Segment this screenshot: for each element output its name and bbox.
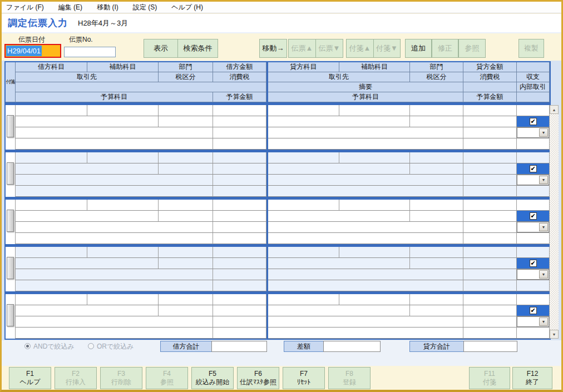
add-button[interactable]: 追加 [405,39,432,58]
display-button[interactable]: 表示 [144,39,178,58]
table-cell[interactable] [213,116,266,127]
table-cell[interactable] [268,175,463,186]
table-cell[interactable] [517,328,550,339]
table-cell[interactable] [213,305,266,316]
table-cell[interactable] [16,280,213,291]
table-cell[interactable] [463,152,517,163]
menu-item-3[interactable]: 設定 (S) [133,3,157,12]
fusen-cell[interactable] [6,200,16,244]
balance-dropdown[interactable]: ▼ [517,269,549,280]
table-cell[interactable] [213,127,266,138]
table-cell[interactable] [16,211,159,222]
fusen-tab-icon[interactable] [7,162,14,185]
table-cell[interactable] [268,280,463,291]
table-cell[interactable] [268,163,410,175]
table-cell[interactable] [87,200,159,211]
table-cell[interactable] [463,222,517,233]
table-cell[interactable] [463,105,517,116]
table-cell[interactable] [463,211,517,222]
dropdown-arrow-icon[interactable]: ▼ [539,223,548,231]
table-cell[interactable] [87,247,159,258]
balance-dropdown[interactable]: ▼ [517,316,549,327]
table-cell[interactable] [213,163,266,175]
scroll-up-button[interactable]: ▲ [550,105,559,114]
table-cell[interactable] [410,305,463,316]
balance-dropdown[interactable]: ▼ [517,127,549,138]
table-cell[interactable] [16,152,87,163]
debit-total-input[interactable] [211,341,267,352]
balance-dropdown[interactable]: ▼ [517,175,549,185]
vertical-scrollbar[interactable]: ▲ ▼ [550,105,559,339]
internal-transaction-cell[interactable]: ✔ [517,305,550,316]
table-cell[interactable] [339,247,410,258]
fkey-f6-button[interactable]: F6仕訳ﾏｽﾀ参照 [237,367,279,389]
table-cell[interactable] [410,200,463,211]
table-cell[interactable] [410,152,463,163]
table-cell[interactable] [517,294,550,305]
slip-date-input[interactable]: H29/04/01 [4,44,61,58]
menu-item-2[interactable]: 移動 (I) [97,3,118,12]
table-cell[interactable] [159,305,213,316]
table-cell[interactable] [268,222,463,233]
table-cell[interactable] [517,186,550,197]
table-cell[interactable] [87,105,159,116]
fusen-tab-icon[interactable] [7,257,14,279]
table-cell[interactable] [16,316,213,328]
fusen-tab-icon[interactable] [7,210,14,232]
or-filter-radio[interactable] [88,343,94,349]
table-cell[interactable] [410,163,463,175]
move-button[interactable]: 移動→ [259,39,287,58]
internal-transaction-checkbox[interactable]: ✔ [530,307,537,314]
table-cell[interactable] [16,175,213,186]
table-cell[interactable] [159,163,213,175]
table-cell[interactable] [463,175,517,186]
table-cell[interactable] [268,152,339,163]
table-cell[interactable] [517,105,550,116]
table-cell[interactable] [159,105,213,116]
table-cell[interactable] [213,200,266,211]
table-cell[interactable] [268,105,339,116]
table-cell[interactable] [213,175,266,186]
table-cell[interactable] [268,186,463,197]
table-cell[interactable] [16,186,213,197]
table-cell[interactable] [268,328,463,339]
table-cell[interactable] [159,247,213,258]
and-filter-radio[interactable] [24,343,31,349]
table-cell[interactable] [16,258,159,269]
internal-transaction-cell[interactable]: ✔ [517,163,550,175]
table-cell[interactable] [268,138,463,150]
menu-item-4[interactable]: ヘルプ (H) [171,3,203,12]
table-cell[interactable] [159,294,213,305]
table-cell[interactable] [16,105,87,116]
table-cell[interactable] [463,328,517,339]
table-cell[interactable] [159,200,213,211]
table-cell[interactable] [268,269,463,280]
table-cell[interactable] [16,233,213,244]
table-cell[interactable] [463,280,517,291]
internal-transaction-cell[interactable]: ✔ [517,116,550,127]
fkey-f1-button[interactable]: F1ヘルプ [9,367,51,389]
credit-total-input[interactable] [463,341,517,352]
table-cell[interactable] [410,105,463,116]
table-cell[interactable] [213,294,266,305]
table-cell[interactable] [16,247,87,258]
table-cell[interactable] [268,258,410,269]
table-cell[interactable] [268,316,463,328]
table-cell[interactable] [463,247,517,258]
internal-transaction-checkbox[interactable]: ✔ [530,212,537,220]
menu-item-0[interactable]: ファイル (F) [6,3,44,12]
internal-transaction-checkbox[interactable]: ✔ [530,165,537,172]
table-cell[interactable] [517,233,550,244]
table-cell[interactable] [16,222,213,233]
table-cell[interactable] [410,247,463,258]
table-cell[interactable] [410,258,463,269]
fkey-f7-button[interactable]: F7ﾘｾｯﾄ [283,367,325,389]
table-cell[interactable] [87,294,159,305]
table-cell[interactable] [213,222,266,233]
internal-transaction-checkbox[interactable]: ✔ [530,118,537,125]
table-cell[interactable] [213,328,266,339]
table-cell[interactable] [16,138,213,150]
fusen-tab-icon[interactable] [7,304,14,326]
menu-item-1[interactable]: 編集 (E) [58,3,82,12]
table-cell[interactable] [16,294,87,305]
